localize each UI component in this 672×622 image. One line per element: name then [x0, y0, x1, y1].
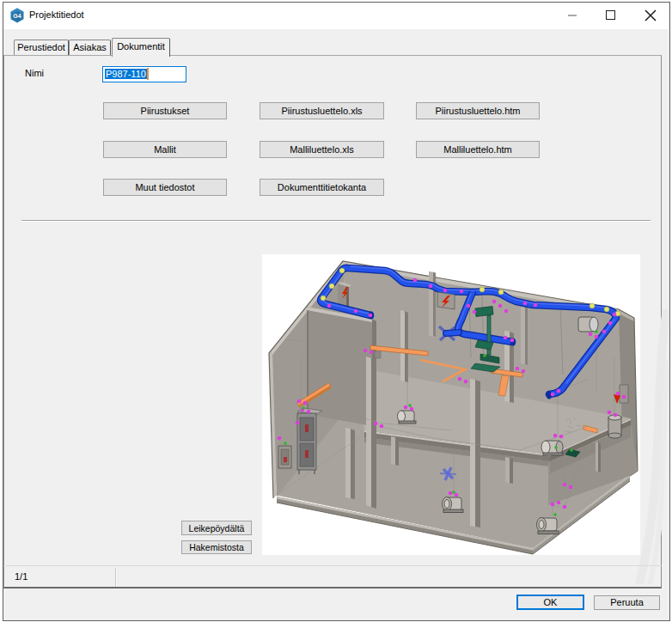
svg-text:G4: G4 [13, 13, 21, 19]
